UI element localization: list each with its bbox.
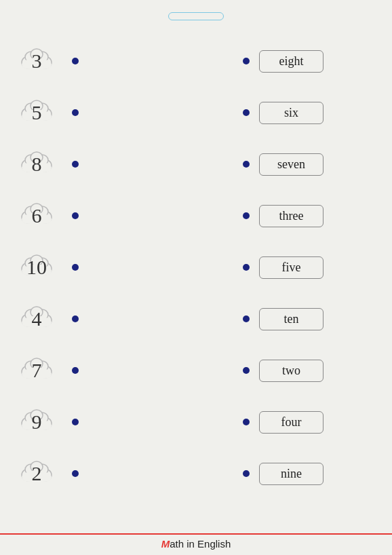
- page: 3 eight 5 six: [0, 0, 392, 555]
- left-side: 6: [14, 195, 163, 236]
- footer-rest: ath in English: [170, 538, 231, 550]
- word-box: nine: [259, 463, 324, 485]
- cloud-number: 6: [32, 204, 42, 227]
- cloud-number: 2: [32, 462, 42, 485]
- footer-m: M: [161, 538, 170, 550]
- left-side: 7: [14, 350, 163, 391]
- left-side: 3: [14, 41, 163, 81]
- cloud-number: 10: [26, 256, 47, 279]
- cloud-shape: 5: [14, 92, 60, 133]
- word-box: three: [259, 205, 324, 227]
- match-row: 7 two: [14, 345, 378, 396]
- right-dot: [243, 367, 250, 374]
- cloud-number: 5: [32, 101, 42, 124]
- word-box: two: [259, 360, 324, 382]
- cloud-number: 3: [32, 50, 42, 73]
- right-side: ten: [243, 308, 378, 330]
- cloud-shape: 3: [14, 41, 60, 81]
- cloud-number: 8: [32, 153, 42, 176]
- right-dot: [243, 419, 250, 425]
- word-box: seven: [259, 153, 324, 176]
- left-dot: [72, 419, 79, 425]
- right-dot: [243, 315, 250, 322]
- right-dot: [243, 109, 250, 116]
- right-side: three: [243, 205, 378, 227]
- word-box: ten: [259, 308, 324, 330]
- right-dot: [243, 58, 250, 64]
- footer: Math in English: [0, 533, 392, 550]
- cloud-number: 7: [32, 359, 42, 382]
- word-box: eight: [259, 50, 324, 73]
- cloud-shape: 10: [14, 247, 60, 288]
- left-dot: [72, 212, 79, 219]
- right-dot: [243, 212, 250, 219]
- match-row: 3 eight: [14, 35, 378, 87]
- right-side: five: [243, 256, 378, 279]
- match-row: 10 five: [14, 242, 378, 293]
- cloud-shape: 9: [14, 402, 60, 442]
- right-side: six: [243, 102, 378, 124]
- cloud-shape: 4: [14, 299, 60, 339]
- right-dot: [243, 161, 250, 168]
- right-side: seven: [243, 153, 378, 176]
- left-side: 4: [14, 299, 163, 339]
- left-side: 8: [14, 144, 163, 185]
- left-dot: [72, 367, 79, 374]
- left-dot: [72, 58, 79, 64]
- match-row: 5 six: [14, 87, 378, 138]
- right-dot: [243, 470, 250, 477]
- left-side: 5: [14, 92, 163, 133]
- match-row: 9 four: [14, 396, 378, 448]
- cloud-number: 4: [32, 307, 42, 330]
- match-row: 6 three: [14, 190, 378, 242]
- cloud-number: 9: [32, 410, 42, 434]
- footer-text: Math in English: [0, 538, 392, 550]
- left-dot: [72, 315, 79, 322]
- left-dot: [72, 264, 79, 271]
- match-row: 4 ten: [14, 293, 378, 345]
- word-box: six: [259, 102, 324, 124]
- left-side: 2: [14, 453, 163, 494]
- left-side: 10: [14, 247, 163, 288]
- cloud-shape: 2: [14, 453, 60, 494]
- right-side: nine: [243, 463, 378, 485]
- cloud-shape: 8: [14, 144, 60, 185]
- left-dot: [72, 470, 79, 477]
- right-side: four: [243, 411, 378, 434]
- left-side: 9: [14, 402, 163, 442]
- match-row: 2 nine: [14, 448, 378, 499]
- match-area: 3 eight 5 six: [14, 35, 378, 499]
- right-side: two: [243, 360, 378, 382]
- word-box: five: [259, 256, 324, 279]
- left-dot: [72, 161, 79, 168]
- left-dot: [72, 109, 79, 116]
- right-dot: [243, 264, 250, 271]
- match-row: 8 seven: [14, 138, 378, 190]
- word-box: four: [259, 411, 324, 434]
- cloud-shape: 7: [14, 350, 60, 391]
- title-box: [168, 12, 224, 20]
- cloud-shape: 6: [14, 195, 60, 236]
- right-side: eight: [243, 50, 378, 73]
